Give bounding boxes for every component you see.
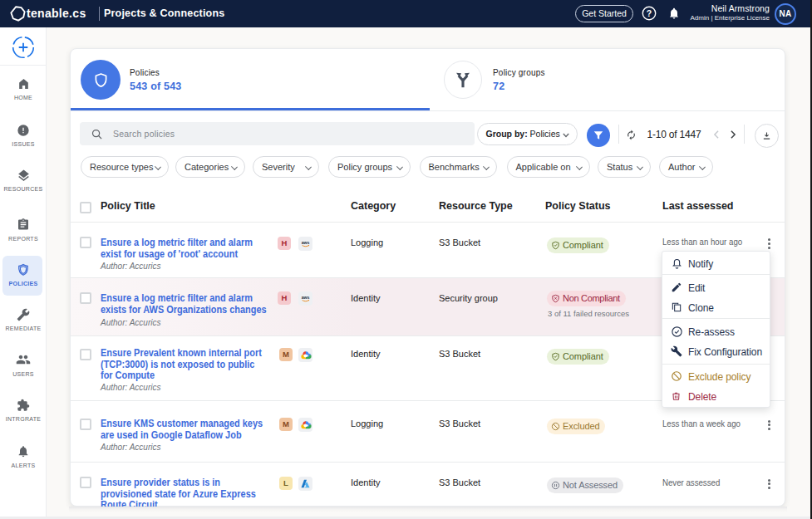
svg-text:aws: aws <box>302 240 310 245</box>
svg-text:?: ? <box>647 8 652 18</box>
svg-text:aws: aws <box>302 295 310 300</box>
